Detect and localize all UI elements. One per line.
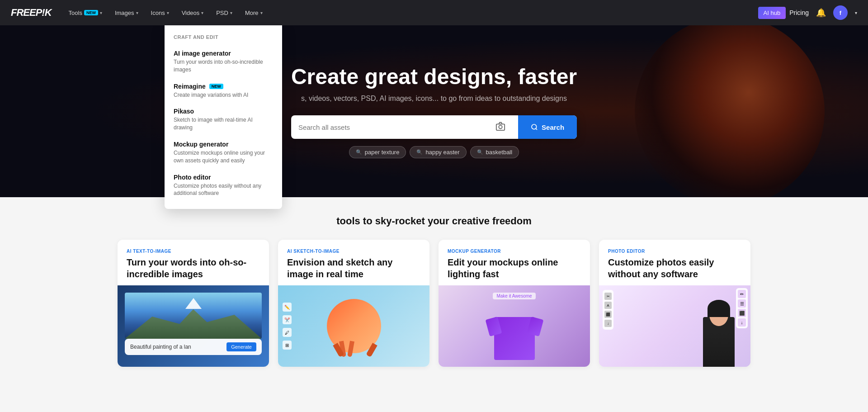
hero-title: Create great designs, faster [291, 64, 577, 89]
hero-tag-happy-easter[interactable]: 🔍 happy easter [410, 146, 466, 158]
logo[interactable]: FREEP!K [11, 7, 52, 19]
nav-item-icons[interactable]: Icons ▾ [146, 7, 174, 19]
chevron-down-icon: ▾ [100, 10, 102, 15]
tool-card-ai-text-image[interactable]: AI TEXT-TO-IMAGE Turn your words into oh… [118, 240, 269, 367]
nav-item-images[interactable]: Images ▾ [110, 7, 143, 19]
tool-card-content: MOCKUP GENERATOR Edit your mockups onlin… [439, 240, 590, 280]
dropdown-item-photo-editor[interactable]: Photo editor Customize photos easily wit… [165, 169, 282, 202]
hero-subtitle: s, videos, vectors, PSD, AI images, icon… [291, 95, 577, 103]
nav-item-psd[interactable]: PSD ▾ [212, 7, 237, 19]
dropdown-item-reimagine[interactable]: Reimagine NEW Create image variations wi… [165, 78, 282, 104]
search-icon: 🔍 [356, 149, 362, 155]
tool-card-photo-editor[interactable]: PHOTO EDITOR Customize photos easily wit… [599, 240, 750, 367]
dropdown-item-pikaso[interactable]: Pikaso Sketch to image with real-time AI… [165, 103, 282, 136]
svg-point-2 [532, 124, 537, 129]
svg-point-1 [499, 125, 502, 128]
nav-item-more[interactable]: More ▾ [241, 7, 267, 19]
tool-card-preview: Beautiful painting of a lan Generate [118, 285, 269, 367]
dropdown-item-mockup[interactable]: Mockup generator Customize mockups onlin… [165, 136, 282, 169]
chevron-down-icon: ▾ [136, 10, 138, 15]
sketch-tools-icon: ✏️ ✂️ 🖊 ⊞ [283, 303, 292, 350]
search-icon: 🔍 [477, 149, 483, 155]
hero-content: Create great designs, faster s, videos, … [282, 64, 586, 158]
tool-card-content: AI TEXT-TO-IMAGE Turn your words into oh… [118, 240, 269, 280]
navbar: FREEP!K Tools NEW ▾ Images ▾ Icons ▾ Vid… [0, 0, 868, 25]
tool-card-mockup[interactable]: MOCKUP GENERATOR Edit your mockups onlin… [439, 240, 590, 367]
sketch-figure [327, 299, 381, 353]
tools-section: tools to sky-rocket your creative freedo… [0, 197, 868, 380]
hero-section: Create great designs, faster s, videos, … [0, 25, 868, 197]
tool-card-preview: ✂ A ⬛ ↓ ✏ ☰ ⬛ [599, 285, 750, 367]
nav-item-tools[interactable]: Tools NEW ▾ [64, 7, 107, 19]
camera-search-button[interactable] [490, 121, 511, 133]
search-input-wrap [291, 117, 518, 137]
photo-editor-toolbar: ✂ A ⬛ ↓ [603, 290, 613, 330]
hero-tag-basketball[interactable]: 🔍 basketball [470, 146, 519, 158]
tools-grid: AI TEXT-TO-IMAGE Turn your words into oh… [118, 240, 750, 367]
chevron-down-icon: ▾ [260, 10, 263, 15]
person-preview [698, 299, 739, 367]
dropdown-item-ai-generator[interactable]: AI image generator Turn your words into … [165, 45, 282, 78]
hero-search-bar: Search [291, 115, 577, 139]
hero-tags: 🔍 paper texture 🔍 happy easter 🔍 basketb… [291, 146, 577, 158]
tools-section-label: tools to sky-rocket your creative freedo… [11, 215, 857, 227]
search-icon: 🔍 [416, 149, 423, 155]
chevron-down-icon: ▾ [201, 10, 203, 15]
photo-tools-panel: ✏ ☰ ⬛ ↓ [736, 288, 748, 328]
avatar-chevron-icon[interactable]: ▾ [855, 10, 857, 15]
flower-decoration [635, 25, 825, 197]
chevron-down-icon: ▾ [167, 10, 169, 15]
tool-card-content: AI SKETCH-TO-IMAGE Envision and sketch a… [278, 240, 429, 280]
tool-card-preview: ✏️ ✂️ 🖊 ⊞ [278, 285, 429, 367]
tools-dropdown: Craft and edit AI image generator Turn y… [165, 25, 282, 209]
tools-header: tools to sky-rocket your creative freedo… [11, 215, 857, 227]
avatar[interactable]: f [833, 5, 848, 20]
notification-bell-icon[interactable]: 🔔 [816, 8, 826, 18]
tool-card-preview: Make it Awesome [439, 285, 590, 367]
nav-right: Pricing 🔔 f ▾ [789, 5, 857, 20]
tshirt-preview [485, 301, 544, 360]
chevron-down-icon: ▾ [230, 10, 232, 15]
search-button[interactable]: Search [518, 115, 577, 139]
nav-item-videos[interactable]: Videos ▾ [177, 7, 208, 19]
generate-preview-button: Generate [226, 342, 256, 351]
tool-card-ai-sketch[interactable]: AI SKETCH-TO-IMAGE Envision and sketch a… [278, 240, 429, 367]
search-input[interactable] [298, 117, 490, 137]
nav-ai-hub[interactable]: AI hub [758, 7, 786, 19]
tool-card-content: PHOTO EDITOR Customize photos easily wit… [599, 240, 750, 280]
hero-tag-paper-texture[interactable]: 🔍 paper texture [349, 146, 406, 158]
dropdown-section-title: Craft and edit [165, 34, 282, 45]
nav-pricing[interactable]: Pricing [789, 9, 809, 16]
